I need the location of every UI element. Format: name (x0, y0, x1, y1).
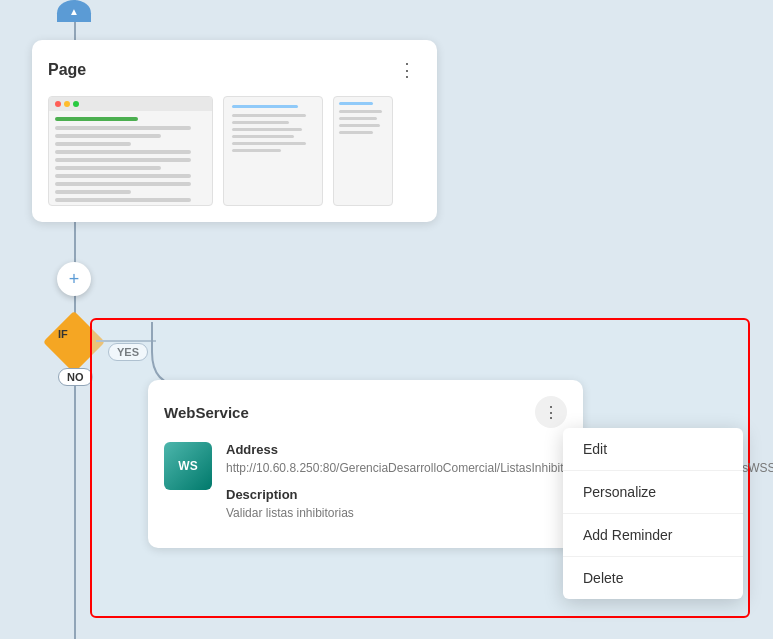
thumb-line (339, 131, 373, 134)
dot-green (73, 101, 79, 107)
thumb-line (339, 124, 380, 127)
browser-chrome (49, 97, 212, 111)
dot-yellow (64, 101, 70, 107)
page-card-title: Page (48, 61, 86, 79)
thumbnail-medium (223, 96, 323, 206)
dropdown-item-delete[interactable]: Delete (563, 557, 743, 599)
dot-red (55, 101, 61, 107)
add-step-button[interactable]: + (57, 262, 91, 296)
thumb-line (55, 174, 191, 178)
page-card-header: Page ⋮ (48, 56, 421, 84)
thumbnail-small (333, 96, 393, 206)
thumb-line (55, 198, 191, 202)
thumb-line (55, 182, 191, 186)
page-card-menu-button[interactable]: ⋮ (393, 56, 421, 84)
thumbnail-large (48, 96, 213, 206)
webservice-card-header: WebService ⋮ (164, 396, 567, 428)
thumb-line (232, 149, 281, 152)
no-branch-label: NO (58, 368, 93, 386)
thumb-line-green (55, 117, 138, 121)
webservice-card: WebService ⋮ WS Address http://10.60.8.2… (148, 380, 583, 548)
thumb-line-blue (232, 105, 298, 108)
thumb-line (339, 110, 382, 113)
thumb-line (339, 117, 377, 120)
context-dropdown-menu: Edit Personalize Add Reminder Delete (563, 428, 743, 599)
thumb-line (232, 121, 289, 124)
thumb-line (232, 128, 302, 131)
dropdown-item-add-reminder[interactable]: Add Reminder (563, 514, 743, 557)
page-thumbnails (48, 96, 421, 206)
thumb-line (232, 135, 294, 138)
webservice-card-title: WebService (164, 404, 249, 421)
thumb-line (232, 114, 306, 117)
top-arrow-button[interactable] (57, 0, 91, 22)
webservice-icon: WS (164, 442, 212, 490)
thumb-line (55, 126, 191, 130)
webservice-menu-button[interactable]: ⋮ (535, 396, 567, 428)
thumb-line (55, 150, 191, 154)
thumb-line (232, 142, 306, 145)
thumb-line-blue (339, 102, 373, 105)
thumb-line (55, 190, 131, 194)
dropdown-item-personalize[interactable]: Personalize (563, 471, 743, 514)
thumb-line (55, 158, 191, 162)
thumb-line (55, 166, 161, 170)
page-card: Page ⋮ (32, 40, 437, 222)
thumb-content (334, 97, 392, 143)
if-label: IF (58, 328, 68, 340)
dropdown-item-edit[interactable]: Edit (563, 428, 743, 471)
thumb-content (224, 97, 322, 164)
webservice-body: WS Address http://10.60.8.250:80/Gerenci… (164, 442, 567, 532)
thumb-line (55, 142, 131, 146)
thumb-line (55, 134, 161, 138)
thumb-content (49, 111, 212, 206)
